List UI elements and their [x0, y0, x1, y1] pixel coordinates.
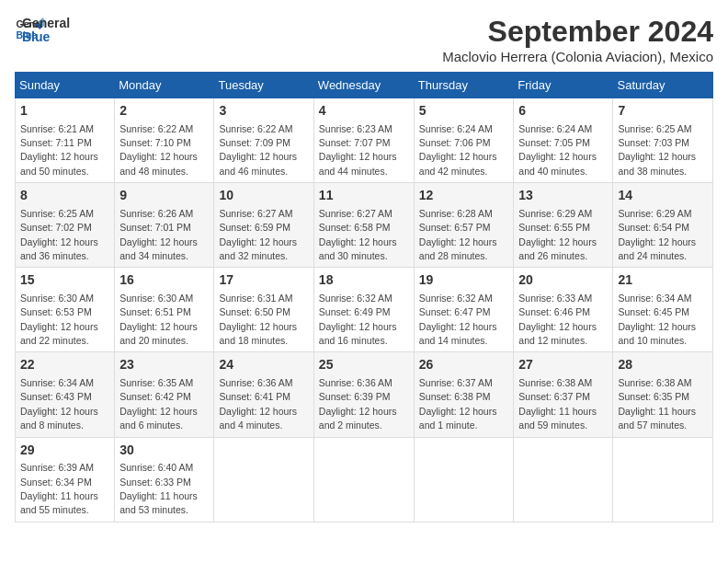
col-tuesday: Tuesday	[214, 73, 313, 98]
day-cell: 5 Sunrise: 6:24 AMSunset: 7:06 PMDayligh…	[414, 98, 514, 183]
logo-general: General	[22, 17, 70, 30]
day-info: Sunrise: 6:33 AMSunset: 6:46 PMDaylight:…	[518, 293, 597, 346]
day-cell	[214, 437, 313, 522]
day-cell: 8 Sunrise: 6:25 AMSunset: 7:02 PMDayligh…	[16, 183, 115, 268]
col-thursday: Thursday	[414, 73, 514, 98]
day-number: 19	[419, 271, 509, 290]
day-cell: 12 Sunrise: 6:28 AMSunset: 6:57 PMDaylig…	[414, 183, 514, 268]
day-cell: 4 Sunrise: 6:23 AMSunset: 7:07 PMDayligh…	[313, 98, 414, 183]
day-cell: 29 Sunrise: 6:39 AMSunset: 6:34 PMDaylig…	[16, 437, 115, 522]
week-row-2: 8 Sunrise: 6:25 AMSunset: 7:02 PMDayligh…	[16, 183, 713, 268]
day-cell	[613, 437, 713, 522]
day-info: Sunrise: 6:38 AMSunset: 6:37 PMDaylight:…	[518, 377, 597, 431]
day-number: 29	[20, 442, 109, 460]
day-number: 1	[20, 102, 109, 121]
day-cell: 7 Sunrise: 6:25 AMSunset: 7:03 PMDayligh…	[613, 98, 713, 183]
day-number: 23	[119, 356, 209, 374]
day-number: 3	[219, 102, 308, 121]
day-cell: 9 Sunrise: 6:26 AMSunset: 7:01 PMDayligh…	[115, 183, 214, 268]
day-cell: 22 Sunrise: 6:34 AMSunset: 6:43 PMDaylig…	[16, 352, 115, 437]
day-info: Sunrise: 6:27 AMSunset: 6:59 PMDaylight:…	[219, 208, 297, 261]
day-cell: 27 Sunrise: 6:38 AMSunset: 6:37 PMDaylig…	[514, 352, 613, 437]
day-number: 11	[319, 187, 409, 205]
day-info: Sunrise: 6:32 AMSunset: 6:47 PMDaylight:…	[419, 293, 497, 346]
day-info: Sunrise: 6:34 AMSunset: 6:45 PMDaylight:…	[618, 293, 696, 346]
day-info: Sunrise: 6:40 AMSunset: 6:33 PMDaylight:…	[119, 462, 198, 515]
day-cell: 28 Sunrise: 6:38 AMSunset: 6:35 PMDaylig…	[613, 352, 713, 437]
day-number: 18	[319, 271, 409, 290]
day-cell: 17 Sunrise: 6:31 AMSunset: 6:50 PMDaylig…	[214, 268, 313, 352]
day-number: 12	[419, 187, 509, 205]
day-info: Sunrise: 6:36 AMSunset: 6:39 PMDaylight:…	[319, 377, 397, 431]
day-number: 21	[618, 271, 708, 290]
day-cell: 13 Sunrise: 6:29 AMSunset: 6:55 PMDaylig…	[514, 183, 613, 268]
day-info: Sunrise: 6:39 AMSunset: 6:34 PMDaylight:…	[20, 462, 98, 515]
day-info: Sunrise: 6:32 AMSunset: 6:49 PMDaylight:…	[319, 293, 397, 346]
month-title: September 2024	[442, 15, 713, 49]
day-info: Sunrise: 6:22 AMSunset: 7:09 PMDaylight:…	[219, 123, 297, 177]
day-info: Sunrise: 6:25 AMSunset: 7:02 PMDaylight:…	[20, 208, 98, 261]
day-info: Sunrise: 6:25 AMSunset: 7:03 PMDaylight:…	[618, 123, 696, 177]
day-number: 24	[219, 356, 308, 374]
day-info: Sunrise: 6:23 AMSunset: 7:07 PMDaylight:…	[319, 123, 397, 177]
day-cell: 21 Sunrise: 6:34 AMSunset: 6:45 PMDaylig…	[613, 268, 713, 352]
col-friday: Friday	[514, 73, 613, 98]
day-info: Sunrise: 6:24 AMSunset: 7:05 PMDaylight:…	[518, 123, 597, 177]
col-monday: Monday	[115, 73, 214, 98]
header: General Blue General Blue September 2024…	[15, 15, 713, 64]
day-number: 15	[20, 271, 109, 290]
week-row-1: 1 Sunrise: 6:21 AMSunset: 7:11 PMDayligh…	[16, 98, 713, 183]
day-info: Sunrise: 6:29 AMSunset: 6:54 PMDaylight:…	[618, 208, 696, 261]
day-info: Sunrise: 6:22 AMSunset: 7:10 PMDaylight:…	[119, 123, 198, 177]
day-info: Sunrise: 6:21 AMSunset: 7:11 PMDaylight:…	[20, 123, 98, 177]
day-cell: 25 Sunrise: 6:36 AMSunset: 6:39 PMDaylig…	[313, 352, 414, 437]
day-cell: 2 Sunrise: 6:22 AMSunset: 7:10 PMDayligh…	[115, 98, 214, 183]
day-cell	[514, 437, 613, 522]
day-number: 20	[518, 271, 608, 290]
day-number: 26	[419, 356, 509, 374]
day-cell: 3 Sunrise: 6:22 AMSunset: 7:09 PMDayligh…	[214, 98, 313, 183]
week-row-5: 29 Sunrise: 6:39 AMSunset: 6:34 PMDaylig…	[16, 437, 713, 522]
header-row: Sunday Monday Tuesday Wednesday Thursday…	[16, 73, 713, 98]
day-info: Sunrise: 6:35 AMSunset: 6:42 PMDaylight:…	[119, 377, 198, 431]
day-number: 28	[618, 356, 708, 374]
day-cell: 6 Sunrise: 6:24 AMSunset: 7:05 PMDayligh…	[514, 98, 613, 183]
week-row-4: 22 Sunrise: 6:34 AMSunset: 6:43 PMDaylig…	[16, 352, 713, 437]
title-section: September 2024 Maclovio Herrera (Colonia…	[442, 15, 713, 64]
day-info: Sunrise: 6:36 AMSunset: 6:41 PMDaylight:…	[219, 377, 297, 431]
day-info: Sunrise: 6:38 AMSunset: 6:35 PMDaylight:…	[618, 377, 696, 431]
logo: General Blue General Blue	[15, 15, 70, 45]
day-cell: 10 Sunrise: 6:27 AMSunset: 6:59 PMDaylig…	[214, 183, 313, 268]
day-cell: 24 Sunrise: 6:36 AMSunset: 6:41 PMDaylig…	[214, 352, 313, 437]
day-number: 6	[518, 102, 608, 121]
day-cell: 14 Sunrise: 6:29 AMSunset: 6:54 PMDaylig…	[613, 183, 713, 268]
day-cell: 30 Sunrise: 6:40 AMSunset: 6:33 PMDaylig…	[115, 437, 214, 522]
day-number: 8	[20, 187, 109, 205]
day-cell: 1 Sunrise: 6:21 AMSunset: 7:11 PMDayligh…	[16, 98, 115, 183]
day-info: Sunrise: 6:28 AMSunset: 6:57 PMDaylight:…	[419, 208, 497, 261]
day-cell: 19 Sunrise: 6:32 AMSunset: 6:47 PMDaylig…	[414, 268, 514, 352]
location-title: Maclovio Herrera (Colonia Aviacion), Mex…	[442, 49, 713, 64]
day-info: Sunrise: 6:30 AMSunset: 6:51 PMDaylight:…	[119, 293, 198, 346]
page-container: General Blue General Blue September 2024…	[15, 15, 713, 523]
day-cell	[313, 437, 414, 522]
day-info: Sunrise: 6:24 AMSunset: 7:06 PMDaylight:…	[419, 123, 497, 177]
col-wednesday: Wednesday	[313, 73, 414, 98]
day-info: Sunrise: 6:26 AMSunset: 7:01 PMDaylight:…	[119, 208, 198, 261]
day-info: Sunrise: 6:27 AMSunset: 6:58 PMDaylight:…	[319, 208, 397, 261]
day-number: 2	[119, 102, 209, 121]
calendar-table: Sunday Monday Tuesday Wednesday Thursday…	[15, 72, 713, 523]
day-cell: 23 Sunrise: 6:35 AMSunset: 6:42 PMDaylig…	[115, 352, 214, 437]
day-info: Sunrise: 6:34 AMSunset: 6:43 PMDaylight:…	[20, 377, 98, 431]
day-number: 10	[219, 187, 308, 205]
day-number: 13	[518, 187, 608, 205]
day-number: 30	[119, 442, 209, 460]
day-number: 4	[319, 102, 409, 121]
day-number: 25	[319, 356, 409, 374]
day-number: 14	[618, 187, 708, 205]
day-info: Sunrise: 6:29 AMSunset: 6:55 PMDaylight:…	[518, 208, 597, 261]
day-cell: 18 Sunrise: 6:32 AMSunset: 6:49 PMDaylig…	[313, 268, 414, 352]
day-number: 5	[419, 102, 509, 121]
day-number: 16	[119, 271, 209, 290]
day-cell: 16 Sunrise: 6:30 AMSunset: 6:51 PMDaylig…	[115, 268, 214, 352]
